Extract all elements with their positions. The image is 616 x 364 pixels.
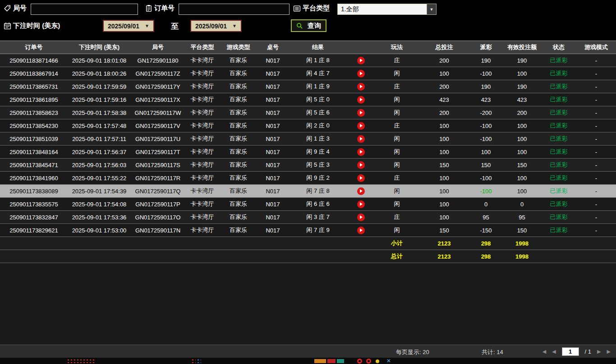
play-video-button[interactable] xyxy=(357,161,365,169)
play-video-button[interactable] xyxy=(357,187,365,195)
last-page-button[interactable]: ▶ xyxy=(607,347,611,356)
table-cell: GN0172590117V xyxy=(131,119,185,132)
date-to-picker[interactable]: 2025/09/01 ▼ xyxy=(190,20,242,32)
table-row[interactable]: 2509011738586232025-09-01 17:58:38GN0172… xyxy=(0,106,616,119)
prev-page-button[interactable]: ◀ xyxy=(552,347,556,356)
table-row[interactable]: 2509011738419602025-09-01 17:55:22GN0172… xyxy=(0,172,616,185)
table-cell: 闲 xyxy=(374,93,419,106)
table-cell: 闲 2 庄 0 xyxy=(289,119,347,132)
table-cell: -100 xyxy=(469,185,503,198)
table-cell: 100 xyxy=(503,119,541,132)
first-page-button[interactable]: ◀ xyxy=(542,347,546,356)
play-video-button[interactable] xyxy=(357,83,365,91)
table-row[interactable]: 2509011738454712025-09-01 17:56:03GN0172… xyxy=(0,159,616,172)
order-number-label: 订单号 xyxy=(154,4,175,13)
table-cell: -100 xyxy=(469,119,503,132)
records-table-region: 订单号 下注时间 (美东) 局号 平台类型 游戏类型 桌号 结果 玩法 总投注 … xyxy=(0,41,616,345)
table-cell: 250901183867914 xyxy=(0,67,68,80)
result-video-cell xyxy=(347,146,374,159)
table-cell: 95 xyxy=(469,211,503,224)
play-video-button[interactable] xyxy=(357,109,365,117)
column-header-platform: 平台类型 xyxy=(185,41,220,54)
pager: ◀ ◀ / 1 ▶ ▶ xyxy=(542,347,611,356)
table-row[interactable]: 2509011738355752025-09-01 17:54:08GN0172… xyxy=(0,198,616,211)
table-cell: 2025-09-01 17:56:03 xyxy=(68,159,131,172)
table-row[interactable]: 2509011738481642025-09-01 17:56:37GN0172… xyxy=(0,146,616,159)
table-cell: 闲 1 庄 8 xyxy=(289,54,347,67)
table-row[interactable]: 2509011738657312025-09-01 17:59:59GN0172… xyxy=(0,80,616,93)
table-row[interactable]: 2509011738618952025-09-01 17:59:16GN0172… xyxy=(0,93,616,106)
table-row[interactable]: 2509011738296212025-09-01 17:53:00GN0172… xyxy=(0,224,616,237)
empty-cell xyxy=(0,250,374,263)
pagination-bar: 每页显示: 20 共计: 14 ◀ ◀ / 1 ▶ ▶ xyxy=(0,345,616,358)
table-cell: 已派彩 xyxy=(541,67,576,80)
table-cell: -100 xyxy=(469,67,503,80)
date-from-picker[interactable]: 2025/09/01 ▼ xyxy=(103,20,154,32)
table-cell: 卡卡湾厅 xyxy=(185,80,220,93)
table-row[interactable]: 2509011838679142025-09-01 18:00:26GN0172… xyxy=(0,67,616,80)
table-cell: 150 xyxy=(503,224,541,237)
table-cell: -100 xyxy=(469,172,503,185)
background-window-fragment xyxy=(314,359,326,363)
table-cell: 100 xyxy=(503,185,541,198)
table-cell: 闲 xyxy=(374,185,419,198)
table-cell: 庄 xyxy=(374,172,419,185)
table-cell: 100 xyxy=(503,67,541,80)
result-video-cell xyxy=(347,159,374,172)
order-number-input[interactable] xyxy=(179,4,290,15)
table-row[interactable]: 2509011738380892025-09-01 17:54:39GN0172… xyxy=(0,185,616,198)
result-video-cell xyxy=(347,198,374,211)
page-number-input[interactable] xyxy=(562,347,579,356)
play-icon xyxy=(360,98,363,101)
grand-total-total-bet: 2123 xyxy=(419,250,469,263)
play-video-button[interactable] xyxy=(357,122,365,130)
table-cell: 庄 xyxy=(374,211,419,224)
result-video-cell xyxy=(347,80,374,93)
play-video-button[interactable] xyxy=(357,214,365,221)
table-row[interactable]: 2509011738510392025-09-01 17:57:11GN0172… xyxy=(0,132,616,146)
table-header: 订单号 下注时间 (美东) 局号 平台类型 游戏类型 桌号 结果 玩法 总投注 … xyxy=(0,41,616,54)
round-number-label: 局号 xyxy=(13,4,27,13)
table-cell: N017 xyxy=(257,159,289,172)
background-window-strip: ✕ xyxy=(0,358,616,364)
table-cell: 2025-09-01 17:53:36 xyxy=(68,211,131,224)
table-cell: N017 xyxy=(257,54,289,67)
table-row[interactable]: 2509011838714662025-09-01 18:01:08GN1725… xyxy=(0,54,616,67)
table-cell: 2025-09-01 17:56:37 xyxy=(68,146,131,159)
round-number-input[interactable] xyxy=(31,4,138,15)
tag-icon xyxy=(4,5,11,12)
table-cell: 2025-09-01 17:55:22 xyxy=(68,172,131,185)
table-cell: 百家乐 xyxy=(220,54,257,67)
play-video-button[interactable] xyxy=(357,148,365,156)
table-row[interactable]: 2509011738328472025-09-01 17:53:36GN0172… xyxy=(0,211,616,224)
table-row[interactable]: 2509011738542302025-09-01 17:57:48GN0172… xyxy=(0,119,616,132)
play-video-button[interactable] xyxy=(357,96,365,104)
table-cell: 423 xyxy=(469,93,503,106)
table-cell: 已派彩 xyxy=(541,54,576,67)
play-video-button[interactable] xyxy=(357,57,365,64)
table-cell: 2025-09-01 17:57:11 xyxy=(68,132,131,146)
play-video-button[interactable] xyxy=(357,227,365,234)
play-video-button[interactable] xyxy=(357,135,365,143)
table-cell: 2025-09-01 17:58:38 xyxy=(68,106,131,119)
column-header-table-no: 桌号 xyxy=(257,41,289,54)
table-cell: 190 xyxy=(503,54,541,67)
result-video-cell xyxy=(347,93,374,106)
platform-type-select[interactable]: 1.全部 ▼ xyxy=(337,4,437,15)
table-cell: 250901173829621 xyxy=(0,224,68,237)
play-video-button[interactable] xyxy=(357,174,365,182)
play-video-button[interactable] xyxy=(357,70,365,77)
next-page-button[interactable]: ▶ xyxy=(597,347,601,356)
background-window-fragment xyxy=(366,359,371,364)
play-video-button[interactable] xyxy=(357,200,365,208)
table-cell: 已派彩 xyxy=(541,159,576,172)
column-header-play-type: 玩法 xyxy=(374,41,419,54)
bet-time-filter: 下注时间 (美东) xyxy=(4,22,60,30)
search-button[interactable]: 查询 xyxy=(291,19,326,32)
play-icon xyxy=(360,189,363,193)
table-cell: 250901173848164 xyxy=(0,146,68,159)
table-cell: 已派彩 xyxy=(541,224,576,237)
table-cell: 闲 5 庄 0 xyxy=(289,93,347,106)
table-cell: 2025-09-01 17:59:16 xyxy=(68,93,131,106)
table-cell: 卡卡湾厅 xyxy=(185,159,220,172)
